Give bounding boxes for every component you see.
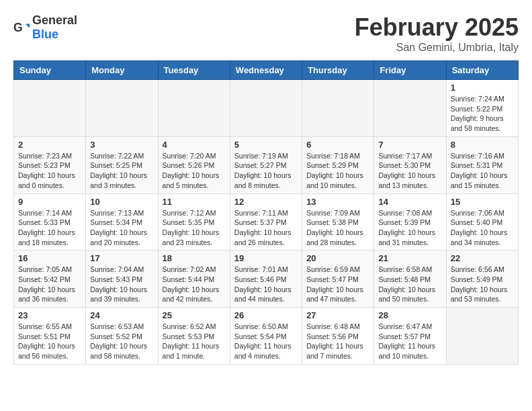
day-cell: 13Sunrise: 7:09 AM Sunset: 5:38 PM Dayli… <box>302 193 374 250</box>
day-cell <box>302 80 374 137</box>
logo-icon: G <box>13 19 30 36</box>
day-info: Sunrise: 7:11 AM Sunset: 5:37 PM Dayligh… <box>234 208 298 248</box>
weekday-header-wednesday: Wednesday <box>230 61 302 80</box>
day-info: Sunrise: 6:58 AM Sunset: 5:48 PM Dayligh… <box>378 265 441 304</box>
day-cell: 1Sunrise: 7:24 AM Sunset: 5:22 PM Daylig… <box>446 80 518 137</box>
day-cell: 16Sunrise: 7:05 AM Sunset: 5:42 PM Dayli… <box>14 250 86 308</box>
day-cell: 4Sunrise: 7:20 AM Sunset: 5:26 PM Daylig… <box>158 136 230 193</box>
day-number: 24 <box>90 310 153 320</box>
day-cell <box>158 80 230 137</box>
day-info: Sunrise: 6:55 AM Sunset: 5:51 PM Dayligh… <box>18 322 81 361</box>
weekday-header-thursday: Thursday <box>302 61 374 80</box>
day-cell <box>374 80 446 137</box>
day-cell: 19Sunrise: 7:01 AM Sunset: 5:46 PM Dayli… <box>230 250 302 308</box>
logo-general: General <box>32 13 77 27</box>
day-number: 26 <box>234 310 298 320</box>
day-info: Sunrise: 7:20 AM Sunset: 5:26 PM Dayligh… <box>163 151 226 191</box>
calendar-table: SundayMondayTuesdayWednesdayThursdayFrid… <box>13 60 519 365</box>
day-info: Sunrise: 6:56 AM Sunset: 5:49 PM Dayligh… <box>451 265 514 304</box>
day-cell: 7Sunrise: 7:17 AM Sunset: 5:30 PM Daylig… <box>374 136 446 193</box>
day-number: 12 <box>234 197 298 207</box>
day-info: Sunrise: 7:05 AM Sunset: 5:42 PM Dayligh… <box>18 265 81 304</box>
day-cell: 21Sunrise: 6:58 AM Sunset: 5:48 PM Dayli… <box>374 250 446 308</box>
day-number: 3 <box>90 140 153 150</box>
day-number: 15 <box>451 197 514 207</box>
day-number: 16 <box>18 253 81 263</box>
day-info: Sunrise: 7:08 AM Sunset: 5:39 PM Dayligh… <box>378 208 441 248</box>
day-info: Sunrise: 7:16 AM Sunset: 5:31 PM Dayligh… <box>451 151 514 191</box>
weekday-header-monday: Monday <box>86 61 158 80</box>
day-cell: 2Sunrise: 7:23 AM Sunset: 5:23 PM Daylig… <box>14 136 86 193</box>
day-cell: 27Sunrise: 6:48 AM Sunset: 5:56 PM Dayli… <box>302 308 374 365</box>
weekday-header-saturday: Saturday <box>446 61 518 80</box>
weekday-header-row: SundayMondayTuesdayWednesdayThursdayFrid… <box>14 61 519 80</box>
day-number: 1 <box>451 83 514 93</box>
day-cell: 22Sunrise: 6:56 AM Sunset: 5:49 PM Dayli… <box>446 250 518 308</box>
day-number: 21 <box>378 253 441 263</box>
day-number: 8 <box>451 140 514 150</box>
day-info: Sunrise: 7:02 AM Sunset: 5:44 PM Dayligh… <box>163 265 226 304</box>
day-number: 2 <box>18 140 81 150</box>
day-info: Sunrise: 7:19 AM Sunset: 5:27 PM Dayligh… <box>234 151 298 191</box>
day-cell <box>446 308 518 365</box>
week-row-4: 23Sunrise: 6:55 AM Sunset: 5:51 PM Dayli… <box>14 308 519 365</box>
day-info: Sunrise: 7:09 AM Sunset: 5:38 PM Dayligh… <box>306 208 369 248</box>
day-info: Sunrise: 7:01 AM Sunset: 5:46 PM Dayligh… <box>234 265 298 304</box>
calendar-subtitle: San Gemini, Umbria, Italy <box>355 42 519 54</box>
day-cell <box>230 80 302 137</box>
day-info: Sunrise: 7:24 AM Sunset: 5:22 PM Dayligh… <box>451 94 514 134</box>
day-number: 27 <box>306 310 369 320</box>
day-number: 11 <box>163 197 226 207</box>
day-cell <box>14 80 86 137</box>
weekday-header-friday: Friday <box>374 61 446 80</box>
day-info: Sunrise: 7:23 AM Sunset: 5:23 PM Dayligh… <box>18 151 81 191</box>
day-number: 10 <box>90 197 153 207</box>
day-cell: 24Sunrise: 6:53 AM Sunset: 5:52 PM Dayli… <box>86 308 158 365</box>
day-cell: 10Sunrise: 7:13 AM Sunset: 5:34 PM Dayli… <box>86 193 158 250</box>
day-cell: 6Sunrise: 7:18 AM Sunset: 5:29 PM Daylig… <box>302 136 374 193</box>
svg-text:G: G <box>13 21 23 34</box>
day-number: 9 <box>18 197 81 207</box>
day-cell: 14Sunrise: 7:08 AM Sunset: 5:39 PM Dayli… <box>374 193 446 250</box>
day-info: Sunrise: 7:14 AM Sunset: 5:33 PM Dayligh… <box>18 208 81 248</box>
svg-marker-1 <box>26 24 30 28</box>
day-cell: 15Sunrise: 7:06 AM Sunset: 5:40 PM Dayli… <box>446 193 518 250</box>
day-cell: 23Sunrise: 6:55 AM Sunset: 5:51 PM Dayli… <box>14 308 86 365</box>
day-cell: 20Sunrise: 6:59 AM Sunset: 5:47 PM Dayli… <box>302 250 374 308</box>
day-cell: 5Sunrise: 7:19 AM Sunset: 5:27 PM Daylig… <box>230 136 302 193</box>
day-cell: 3Sunrise: 7:22 AM Sunset: 5:25 PM Daylig… <box>86 136 158 193</box>
day-cell: 17Sunrise: 7:04 AM Sunset: 5:43 PM Dayli… <box>86 250 158 308</box>
day-number: 13 <box>306 197 369 207</box>
day-info: Sunrise: 7:06 AM Sunset: 5:40 PM Dayligh… <box>451 208 514 248</box>
day-cell: 8Sunrise: 7:16 AM Sunset: 5:31 PM Daylig… <box>446 136 518 193</box>
day-cell: 25Sunrise: 6:52 AM Sunset: 5:53 PM Dayli… <box>158 308 230 365</box>
day-number: 4 <box>163 140 226 150</box>
day-number: 14 <box>378 197 441 207</box>
weekday-header-tuesday: Tuesday <box>158 61 230 80</box>
day-info: Sunrise: 7:18 AM Sunset: 5:29 PM Dayligh… <box>306 151 369 191</box>
day-info: Sunrise: 6:52 AM Sunset: 5:53 PM Dayligh… <box>163 322 226 361</box>
logo: G General Blue <box>13 13 77 42</box>
week-row-3: 16Sunrise: 7:05 AM Sunset: 5:42 PM Dayli… <box>14 250 519 308</box>
week-row-2: 9Sunrise: 7:14 AM Sunset: 5:33 PM Daylig… <box>14 193 519 250</box>
day-number: 6 <box>306 140 369 150</box>
day-number: 5 <box>234 140 298 150</box>
day-number: 18 <box>163 253 226 263</box>
day-cell: 9Sunrise: 7:14 AM Sunset: 5:33 PM Daylig… <box>14 193 86 250</box>
title-area: February 2025 San Gemini, Umbria, Italy <box>355 13 519 54</box>
calendar-title: February 2025 <box>355 13 519 42</box>
week-row-0: 1Sunrise: 7:24 AM Sunset: 5:22 PM Daylig… <box>14 80 519 137</box>
day-info: Sunrise: 6:47 AM Sunset: 5:57 PM Dayligh… <box>378 322 441 361</box>
day-number: 22 <box>451 253 514 263</box>
day-info: Sunrise: 6:53 AM Sunset: 5:52 PM Dayligh… <box>90 322 153 361</box>
week-row-1: 2Sunrise: 7:23 AM Sunset: 5:23 PM Daylig… <box>14 136 519 193</box>
day-info: Sunrise: 6:48 AM Sunset: 5:56 PM Dayligh… <box>306 322 369 361</box>
day-cell: 18Sunrise: 7:02 AM Sunset: 5:44 PM Dayli… <box>158 250 230 308</box>
header: G General Blue February 2025 San Gemini,… <box>13 13 519 54</box>
day-number: 25 <box>163 310 226 320</box>
day-cell: 28Sunrise: 6:47 AM Sunset: 5:57 PM Dayli… <box>374 308 446 365</box>
day-number: 19 <box>234 253 298 263</box>
day-info: Sunrise: 7:04 AM Sunset: 5:43 PM Dayligh… <box>90 265 153 304</box>
day-info: Sunrise: 7:17 AM Sunset: 5:30 PM Dayligh… <box>378 151 441 191</box>
day-info: Sunrise: 7:22 AM Sunset: 5:25 PM Dayligh… <box>90 151 153 191</box>
